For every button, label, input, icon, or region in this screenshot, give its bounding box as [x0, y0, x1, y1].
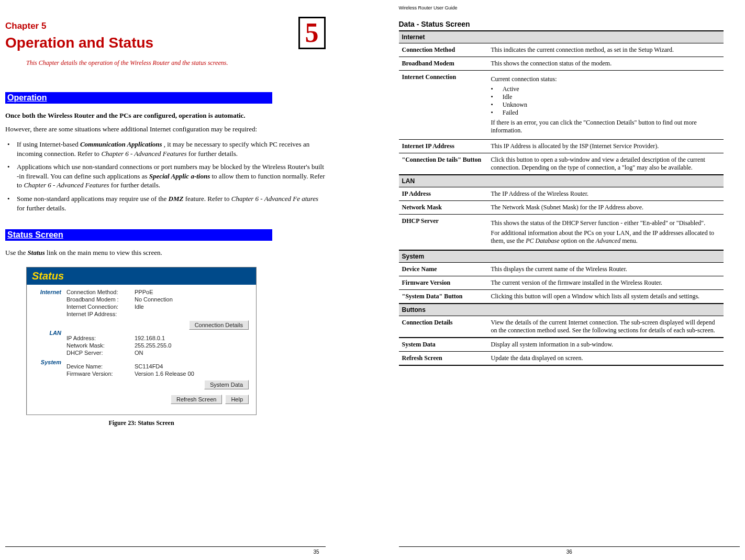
table-row: Refresh ScreenUpdate the data displayed … [399, 352, 724, 366]
status-p3: Use the Status link on the main menu to … [5, 248, 326, 257]
list-item: Applications which use non-standard conn… [5, 162, 326, 190]
chapter-label: Chapter 5 [5, 21, 326, 31]
list-item: Active [491, 85, 720, 93]
table-row: Connection DetailsView the details of th… [399, 316, 724, 338]
chapter-lead: This Chapter details the operation of th… [26, 59, 246, 67]
table-row: Internet IP AddressThis IP Address is al… [399, 140, 724, 153]
page-number-left: 35 [5, 549, 326, 555]
operation-bullets: If using Internet-based Communication Ap… [5, 140, 326, 217]
table-row: Broadband Modem :No Connection [66, 296, 251, 303]
figure-caption: Figure 23: Status Screen [26, 419, 257, 427]
page-rule [5, 546, 326, 547]
table-row: DHCP Server This shows the status of the… [399, 215, 724, 251]
shot-sidebar: Internet LAN System [27, 285, 64, 415]
table-row: Broadband ModemThis shows the connection… [399, 57, 724, 71]
sidebar-item-system[interactable]: System [27, 359, 61, 365]
page-inner-left: 5 Chapter 5 Operation and Status This Ch… [5, 5, 326, 555]
chapter-title: Operation and Status [5, 35, 326, 51]
table-row: IP AddressThe IP Address of the Wireless… [399, 187, 724, 201]
table-section-internet: Internet [399, 31, 724, 43]
dhcp-desc: This shows the status of the DHCP Server… [488, 215, 724, 251]
button-row: System Data [66, 380, 251, 389]
button-row: Connection Details [66, 320, 251, 330]
status-screenshot: Status Internet LAN System Connection Me… [26, 267, 257, 415]
table-row: Internet Connection Current connection s… [399, 71, 724, 140]
table-row: DHCP Server:ON [66, 350, 251, 356]
table-row: System DataDisplay all system informatio… [399, 338, 724, 352]
page-left: 5 Chapter 5 Operation and Status This Ch… [0, 0, 373, 560]
table-row: Firmware VersionThe current version of t… [399, 276, 724, 290]
shot-main: Connection Method:PPPoE Broadband Modem … [64, 285, 256, 415]
page-inner-right: Wireless Router User Guide Data - Status… [399, 5, 740, 555]
status-list: Active Idle Unknown Failed [491, 85, 720, 117]
list-item: If using Internet-based Communication Ap… [5, 140, 326, 158]
section-status-screen: Status Screen [5, 229, 272, 241]
sidebar-item-internet[interactable]: Internet [27, 289, 61, 295]
table-row: Firmware Version:Version 1.6 Release 00 [66, 371, 251, 377]
running-header: Wireless Router User Guide [399, 5, 740, 10]
shot-title-text: Status [32, 270, 64, 282]
page-rule [399, 546, 740, 547]
help-button[interactable]: Help [225, 395, 249, 404]
table-row: "Connection De tails" ButtonClick this b… [399, 153, 724, 175]
table-row: Network MaskThe Network Mask (Subnet Mas… [399, 201, 724, 215]
chapter-number-box: 5 [298, 17, 326, 49]
shot-body: Internet LAN System Connection Method:PP… [27, 285, 256, 415]
refresh-screen-button[interactable]: Refresh Screen [171, 395, 222, 404]
table-row: Connection Method:PPPoE [66, 289, 251, 295]
list-item: Idle [491, 93, 720, 101]
table-section-buttons: Buttons [399, 304, 724, 316]
operation-p1: Once both the Wireless Router and the PC… [5, 111, 326, 120]
table-row: Internet Connection:Idle [66, 304, 251, 310]
table-section-lan: LAN [399, 175, 724, 187]
shot-title-bar: Status [27, 267, 256, 285]
system-data-button[interactable]: System Data [204, 380, 249, 389]
table-row: Internet IP Address: [66, 311, 251, 317]
table-row: Connection MethodThis indicates the curr… [399, 43, 724, 57]
section-operation: Operation [5, 92, 272, 104]
h2-data-status: Data - Status Screen [399, 20, 740, 28]
connection-details-button[interactable]: Connection Details [189, 320, 249, 330]
data-table: Internet Connection MethodThis indicates… [399, 30, 724, 366]
operation-p2: However, there are some situations where… [5, 125, 326, 134]
page-number-right: 36 [399, 549, 740, 555]
button-row: Refresh Screen Help [66, 395, 251, 404]
table-row: "System Data" ButtonClicking this button… [399, 290, 724, 304]
page-right: Wireless Router User Guide Data - Status… [373, 0, 746, 560]
table-row: Device NameThis displays the current nam… [399, 263, 724, 276]
list-item: Some non-standard applications may requi… [5, 194, 326, 212]
internet-connection-desc: Current connection status: Active Idle U… [488, 71, 724, 140]
chapter-number: 5 [305, 19, 319, 47]
table-row: IP Address:192.168.0.1 [66, 335, 251, 341]
list-item: Unknown [491, 101, 720, 109]
table-row: Device Name:SC114FD4 [66, 363, 251, 369]
list-item: Failed [491, 109, 720, 117]
table-section-system: System [399, 250, 724, 263]
sidebar-item-lan[interactable]: LAN [27, 330, 61, 336]
table-row: Network Mask:255.255.255.0 [66, 342, 251, 349]
